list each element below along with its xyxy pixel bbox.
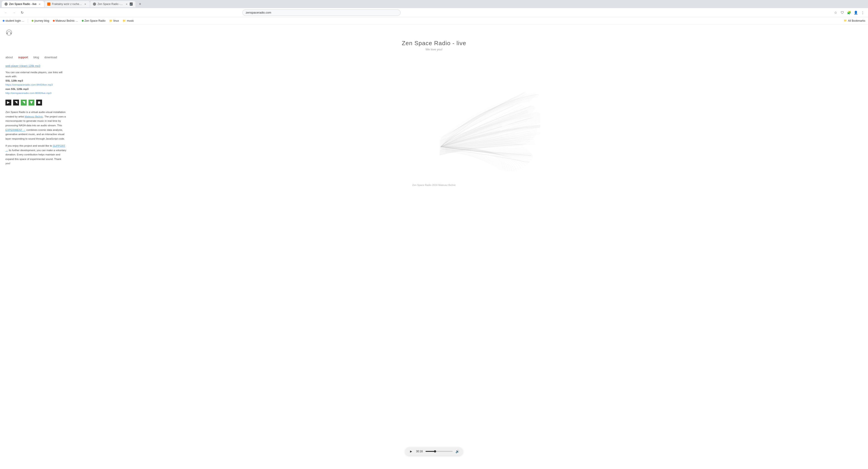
audio-player: ▶ 30:16 🔊 — [405, 447, 463, 456]
ssl-label: SSL 128k mp3 — [5, 79, 23, 82]
progress-fill — [426, 451, 435, 452]
bookmark-label-6: music — [127, 19, 134, 22]
tab-title-2: Fraktalny wzór z ruchem s… — [52, 2, 82, 6]
bookmark-student-login[interactable]: student login … — [3, 19, 24, 22]
tab-bar: Zen Space Radio - live ✕ Fraktalny wzór … — [0, 0, 868, 8]
time-display: 30:16 — [416, 450, 423, 453]
forward-button[interactable]: → — [11, 9, 17, 16]
stream-info: You can use external media players, use … — [5, 70, 67, 95]
address-bar[interactable]: zenspaceradio.com — [242, 9, 401, 16]
tab-1[interactable]: Zen Space Radio - live ✕ — [2, 1, 44, 7]
social-icons — [5, 100, 67, 105]
play-button[interactable]: ▶ — [409, 449, 413, 454]
bookmark-label-1: student login … — [5, 19, 24, 22]
web-player-link[interactable]: web player (clean) 128k mp3 — [5, 64, 67, 68]
bookmarks-bar: student login … journey blog Mateusz Bež… — [0, 17, 868, 24]
page-subtitle: We love you! — [0, 48, 868, 51]
social-icon-5[interactable] — [36, 100, 42, 105]
main-visual: .strand { stroke: rgba(180,180,180,0.3);… — [72, 61, 868, 178]
social-icon-1[interactable] — [5, 100, 11, 105]
bookmark-label-3: Mateusz Bežnic … — [56, 19, 78, 22]
back-button[interactable]: ← — [3, 9, 9, 16]
shield-icon[interactable]: 🛡 — [839, 10, 845, 15]
tab-mute-3[interactable]: 🔊 — [130, 2, 133, 6]
svg-rect-1 — [7, 33, 8, 34]
tab-favicon-1 — [4, 2, 8, 6]
tab-2[interactable]: Fraktalny wzór z ruchem s… ✕ — [44, 1, 90, 7]
mateusz-link[interactable]: Mateusz Bežnic — [25, 115, 43, 118]
nav-support[interactable]: support — [18, 56, 28, 59]
site-header — [0, 24, 868, 36]
page-footer: Zen Space Radio 2024 Mateusz Bežnic — [0, 178, 868, 192]
non-ssl-label: non SSL 128k mp3 — [5, 88, 29, 90]
svg-rect-7 — [38, 101, 40, 104]
page-content: Zen Space Radio - live We love you! abou… — [0, 24, 868, 469]
main-layout: web player (clean) 128k mp3 You can use … — [0, 61, 868, 178]
bookmark-mateusz[interactable]: Mateusz Bežnic … — [53, 19, 78, 22]
nav-blog[interactable]: blog — [33, 56, 39, 59]
audio-player-container: ▶ 30:16 🔊 — [405, 447, 463, 456]
svg-marker-5 — [22, 101, 25, 104]
tab-close-1[interactable]: ✕ — [38, 2, 41, 6]
toolbar: ← → ↻ zenspaceradio.com ☆ 🛡 🧩 👤 ⋮ — [0, 8, 868, 17]
support-link[interactable]: SUPPORT → — [5, 144, 65, 152]
non-ssl-url: http://zenspaceradio.com:8000/live.mp3 — [5, 92, 51, 94]
bookmark-zen-radio[interactable]: Zen Space Radio — [82, 19, 105, 22]
progress-handle — [434, 450, 436, 453]
svg-marker-3 — [7, 101, 10, 104]
bookmark-dot-2 — [32, 20, 33, 22]
toolbar-right: ☆ 🛡 🧩 👤 ⋮ — [833, 10, 865, 15]
tab-3[interactable]: Zen Space Radio - live ✕ 🔊 — [90, 1, 135, 7]
page-title: Zen Space Radio - live — [0, 40, 868, 47]
bookmark-dot-3 — [53, 20, 55, 22]
new-tab-button[interactable]: + — [137, 1, 143, 7]
bookmark-star-icon[interactable]: ☆ — [833, 10, 838, 15]
bookmark-label-2: journey blog — [34, 19, 49, 22]
social-icon-2[interactable] — [13, 100, 19, 105]
bookmark-dot-4 — [82, 20, 84, 22]
svg-marker-4 — [15, 101, 18, 104]
bookmark-label-5: linux — [114, 19, 119, 22]
browser-frame: Zen Space Radio - live ✕ Fraktalny wzór … — [0, 0, 868, 24]
bookmark-journey-blog[interactable]: journey blog — [32, 19, 49, 22]
ssl-url: https://zenspaceradio.com:8443/live.mp3 — [5, 83, 53, 86]
svg-marker-6 — [30, 101, 33, 104]
generative-art-svg: .strand { stroke: rgba(180,180,180,0.3);… — [400, 61, 540, 178]
tab-close-2[interactable]: ✕ — [84, 2, 87, 6]
progress-bar[interactable] — [426, 451, 453, 452]
tab-title-1: Zen Space Radio - live — [9, 2, 36, 6]
profile-icon[interactable]: 👤 — [853, 10, 859, 15]
nav-about[interactable]: about — [5, 56, 13, 59]
volume-icon[interactable]: 🔊 — [456, 449, 459, 453]
about-paragraph-2: If you enjoy this project and would like… — [5, 144, 67, 166]
left-panel: web player (clean) 128k mp3 You can use … — [0, 61, 72, 178]
page-title-area: Zen Space Radio - live We love you! — [0, 36, 868, 52]
bookmark-music[interactable]: 📁 music — [123, 19, 134, 22]
bookmark-label-4: Zen Space Radio — [85, 19, 105, 22]
tab-favicon-2 — [47, 2, 51, 6]
experiment-link[interactable]: EXPERIMENT → — [5, 129, 26, 131]
social-icon-3[interactable] — [21, 100, 27, 105]
tab-favicon-3 — [93, 2, 96, 6]
social-icon-4[interactable] — [29, 100, 34, 105]
bookmark-dot-1 — [3, 20, 4, 22]
address-text: zenspaceradio.com — [246, 11, 271, 14]
about-text: Zen Space Radio is a virtual audio-visua… — [5, 110, 67, 166]
site-logo-icon — [5, 29, 13, 36]
about-paragraph-1: Zen Space Radio is a virtual audio-visua… — [5, 110, 67, 141]
all-bookmarks-label: All Bookmarks — [848, 19, 865, 22]
tab-close-3[interactable]: ✕ — [125, 2, 128, 6]
chrome-menu-icon[interactable]: ⋮ — [860, 10, 865, 15]
nav-download[interactable]: download — [44, 56, 57, 59]
bookmark-linux[interactable]: 📁 linux — [109, 19, 119, 22]
tab-title-3: Zen Space Radio - live — [97, 2, 123, 6]
all-bookmarks-button[interactable]: 📁 All Bookmarks — [844, 19, 865, 22]
site-nav: about support blog download — [0, 52, 868, 61]
extensions-icon[interactable]: 🧩 — [846, 10, 852, 15]
footer-text: Zen Space Radio 2024 Mateusz Bežnic — [412, 184, 456, 187]
svg-rect-2 — [10, 33, 11, 34]
reload-button[interactable]: ↻ — [19, 9, 25, 16]
stream-info-prefix: You can use external media players, use … — [5, 71, 62, 78]
visual-canvas: .strand { stroke: rgba(180,180,180,0.3);… — [400, 61, 540, 178]
